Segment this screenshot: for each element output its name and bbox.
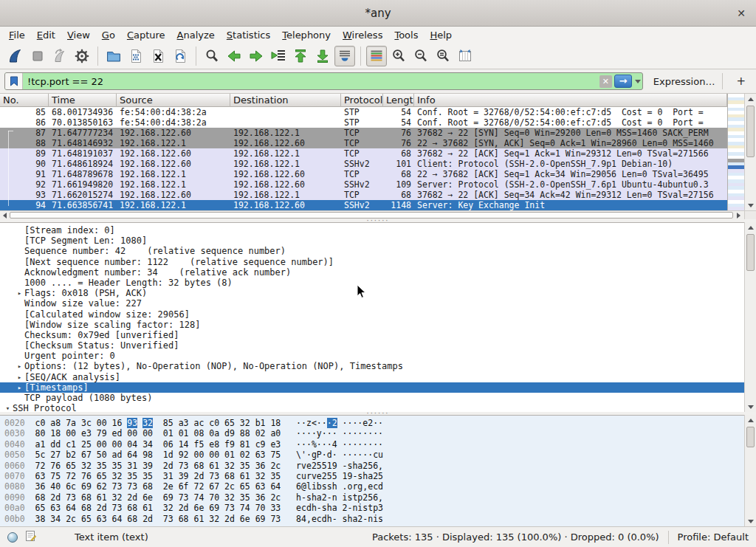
hex-row-0070[interactable]: 0070 63 75 72 76 65 32 35 35 31 39 2d 73… [4,471,744,481]
packet-row-89[interactable]: 8971.648191037192.168.122.60192.168.122.… [0,148,727,159]
filter-clear-icon[interactable]: ✕ [599,75,612,88]
packet-row-87[interactable]: 8771.647777234192.168.122.60192.168.122.… [0,128,727,138]
expert-info-icon[interactable] [7,532,18,543]
go-to-packet-icon[interactable] [268,46,289,66]
packet-list-vscroll-thumb[interactable] [746,106,755,157]
packet-row-90[interactable]: 9071.648618924192.168.122.60192.168.122.… [0,159,727,169]
resize-columns-icon[interactable] [455,46,475,66]
menu-statistics[interactable]: Statistics [221,28,276,42]
menu-telephony[interactable]: Telephony [276,28,337,42]
scroll-up-icon[interactable] [745,94,756,104]
detail-row[interactable]: Sequence number: 42 (relative sequence n… [0,246,744,256]
collapsed-icon[interactable]: ▸ [15,382,24,393]
detail-row[interactable]: Checksum: 0x79ed [unverified] [0,330,744,340]
filter-dropdown-icon[interactable] [633,73,642,89]
menu-view[interactable]: View [61,28,96,42]
stop-capture-icon[interactable] [27,46,48,66]
capture-comment-icon[interactable] [25,530,36,544]
column-header-protocol[interactable]: Protocol [341,94,383,107]
close-file-icon[interactable] [148,46,168,66]
zoom-out-icon[interactable] [410,46,431,66]
detail-row[interactable]: [TCP Segment Len: 1080] [0,235,744,246]
add-filter-button[interactable]: + [730,75,752,88]
detail-vscrollbar[interactable] [744,222,756,412]
collapsed-icon[interactable]: ▸ [15,372,24,382]
hex-row-0040[interactable]: 0040 a1 dd c1 25 00 00 04 34 06 14 f5 e8… [4,439,744,450]
packet-row-91[interactable]: 9171.648789678192.168.122.1192.168.122.6… [0,169,727,179]
scroll-down-icon[interactable] [745,516,756,526]
packet-row-93[interactable]: 9371.662015274192.168.122.60192.168.122.… [0,190,727,200]
hex-row-00b0[interactable]: 00b0 38 34 2c 65 63 64 68 2d 73 68 61 32… [4,514,744,524]
packet-list-vscrollbar[interactable] [744,94,756,210]
hex-row-0030[interactable]: 0030 80 18 00 e3 79 ed 00 00 01 01 08 0a… [4,428,744,438]
intelligent-scrollbar-minimap[interactable] [727,94,744,210]
profile-text[interactable]: Profile: Default [678,531,749,543]
menu-tools[interactable]: Tools [388,28,424,42]
packet-row-88[interactable]: 8871.648146932192.168.122.1192.168.122.6… [0,138,727,148]
detail-row[interactable]: Urgent pointer: 0 [0,351,744,361]
bytes-vscrollbar[interactable] [744,415,756,526]
detail-row[interactable]: 1000 .... = Header Length: 32 bytes (8) [0,278,744,288]
menu-analyze[interactable]: Analyze [171,28,221,42]
column-header-no[interactable]: No. [0,94,49,107]
packet-row-94[interactable]: 9471.663856741192.168.122.1192.168.122.6… [0,200,727,210]
go-back-icon[interactable] [224,46,244,66]
save-file-icon[interactable] [126,46,146,66]
hex-row-00a0[interactable]: 00a0 65 63 64 68 2d 73 68 61 32 2d 6e 69… [4,503,744,513]
scroll-up-icon[interactable] [745,415,756,425]
column-header-length[interactable]: Length [383,94,414,107]
scroll-down-icon[interactable] [745,200,756,210]
detail-row[interactable]: Window size value: 227 [0,298,744,309]
menu-help[interactable]: Help [424,28,458,42]
menu-wireless[interactable]: Wireless [337,28,388,42]
column-header-info[interactable]: Info [414,94,727,107]
zoom-original-icon[interactable] [433,46,453,66]
detail-row[interactable]: ▸[Timestamps] [0,382,744,393]
bytes-vscroll-thumb[interactable] [746,427,755,447]
go-last-icon[interactable] [312,46,333,66]
colorize-packets-icon[interactable] [366,46,387,66]
hex-row-0050[interactable]: 0050 5c 27 b2 67 50 ad 64 98 1d 92 00 00… [4,450,744,460]
filter-apply-icon[interactable]: → [614,75,632,88]
scroll-up-icon[interactable] [745,222,756,233]
packet-row-86[interactable]: 8670.013850163fe:54:00:d4:38:2aSTP54Conf… [0,117,727,128]
detail-row[interactable]: [Window size scaling factor: 128] [0,320,744,330]
filter-bookmark-icon[interactable] [5,73,23,89]
scroll-down-icon[interactable] [745,402,756,412]
menu-go[interactable]: Go [96,28,121,42]
zoom-in-icon[interactable] [388,46,409,66]
start-capture-icon[interactable] [5,46,26,66]
menu-capture[interactable]: Capture [121,28,171,42]
menu-edit[interactable]: Edit [31,28,61,42]
expression-button[interactable]: Expression… [653,76,715,87]
detail-row[interactable]: ▸[SEQ/ACK analysis] [0,372,744,382]
auto-scroll-icon[interactable] [334,46,355,66]
hex-row-0060[interactable]: 0060 72 76 65 32 35 35 31 39 2d 73 68 61… [4,461,744,471]
column-header-destination[interactable]: Destination [230,94,341,107]
capture-options-icon[interactable] [72,46,92,66]
column-header-source[interactable]: Source [117,94,230,107]
find-packet-icon[interactable] [202,46,222,66]
open-file-icon[interactable] [103,46,124,66]
close-window-button[interactable]: ✕ [734,6,749,21]
display-filter-input[interactable] [23,76,599,87]
packet-row-92[interactable]: 9271.661949820192.168.122.1192.168.122.6… [0,179,727,190]
detail-vscroll-thumb[interactable] [746,234,755,271]
menu-file[interactable]: File [3,28,31,42]
expanded-icon[interactable]: ▾ [3,403,13,412]
restart-capture-icon[interactable] [49,46,70,66]
reload-file-icon[interactable] [170,46,190,66]
go-forward-icon[interactable] [246,46,267,66]
detail-row[interactable]: Acknowledgment number: 34 (relative ack … [0,267,744,278]
detail-row[interactable]: ▸Flags: 0x018 (PSH, ACK) [0,288,744,298]
collapsed-icon[interactable]: ▸ [15,361,24,371]
detail-row[interactable]: [Stream index: 0] [0,225,744,235]
hex-row-0020[interactable]: 0020 c0 a8 7a 3c 00 16 93 32 85 a3 ac c0… [4,418,744,428]
detail-row[interactable]: [Checksum Status: Unverified] [0,340,744,351]
detail-row[interactable]: ▸Options: (12 bytes), No-Operation (NOP)… [0,361,744,371]
detail-row[interactable]: TCP payload (1080 bytes) [0,393,744,403]
detail-row[interactable]: [Next sequence number: 1122 (relative se… [0,257,744,267]
hex-row-0090[interactable]: 0090 68 2d 73 68 61 32 2d 6e 69 73 74 70… [4,492,744,503]
hex-row-0080[interactable]: 0080 36 40 6c 69 62 73 73 68 2e 6f 72 67… [4,481,744,492]
detail-row[interactable]: [Calculated window size: 29056] [0,309,744,320]
